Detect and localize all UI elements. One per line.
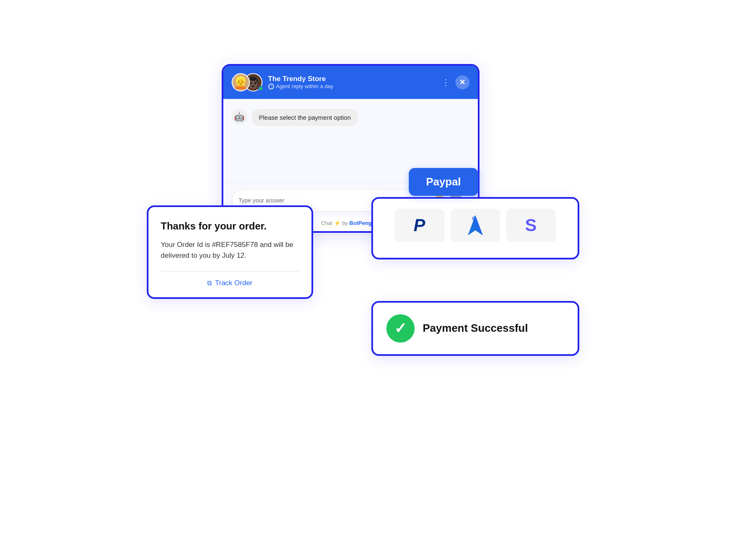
- afterpay-logo-icon: [468, 215, 483, 235]
- lightning-icon: ⚡: [334, 220, 341, 226]
- track-icon: ⧉: [207, 279, 212, 287]
- header-info: The Trendy Store Agent reply within a da…: [268, 75, 436, 89]
- payment-icons-row: P S: [383, 209, 568, 242]
- online-indicator: [258, 86, 263, 91]
- stripe-option[interactable]: S: [506, 209, 556, 242]
- order-title: Thanks for your order.: [161, 220, 299, 232]
- track-order-link[interactable]: ⧉ Track Order: [161, 279, 299, 287]
- stripe-logo: S: [525, 215, 536, 235]
- footer-by: by: [342, 220, 349, 226]
- clock-icon: [268, 84, 274, 89]
- payment-success-card: ✓ Payment Successful: [371, 301, 579, 356]
- paypal-option[interactable]: P: [395, 209, 445, 242]
- more-options-button[interactable]: ⋮: [442, 77, 450, 87]
- track-order-label: Track Order: [215, 279, 252, 287]
- footer-text: Chat: [321, 220, 332, 226]
- success-circle: ✓: [386, 314, 415, 343]
- bot-avatar: 🤖: [232, 109, 247, 125]
- header-avatars: [232, 73, 262, 91]
- order-card: Thanks for your order. Your Order Id is …: [147, 205, 313, 299]
- order-divider: [161, 271, 299, 271]
- agent-status: Agent reply within a day: [268, 83, 436, 89]
- afterpay-option[interactable]: [450, 209, 500, 242]
- header-actions: ⋮ ✕: [442, 75, 470, 89]
- bot-bubble: Please select the payment option: [252, 109, 358, 126]
- store-name: The Trendy Store: [268, 75, 436, 83]
- paypal-button[interactable]: Paypal: [409, 168, 479, 196]
- agent-status-text: Agent reply within a day: [276, 83, 334, 89]
- checkmark-icon: ✓: [394, 321, 407, 336]
- bot-message-row: 🤖 Please select the payment option: [232, 109, 470, 126]
- order-description: Your Order Id is #REF7585F78 and will be…: [161, 239, 299, 261]
- avatar-agent1: [232, 73, 250, 91]
- close-button[interactable]: ✕: [455, 75, 470, 89]
- payment-success-text: Payment Successful: [423, 322, 528, 335]
- paypal-logo: P: [413, 215, 425, 235]
- chat-header: The Trendy Store Agent reply within a da…: [223, 66, 478, 99]
- payment-options-card: P S: [371, 197, 579, 259]
